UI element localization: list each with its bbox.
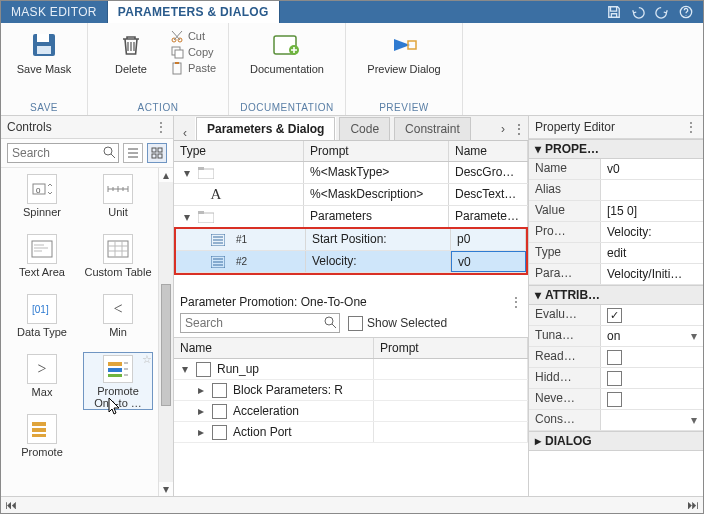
expand-icon[interactable]: ▸ — [196, 404, 206, 418]
table-row[interactable]: A %<MaskDescription> DescTextVar — [174, 184, 528, 206]
controls-menu-icon[interactable]: ⋮ — [155, 120, 167, 134]
collapse-icon[interactable]: ▾ — [535, 288, 541, 302]
preview-dialog-button[interactable]: Preview Dialog — [359, 27, 449, 75]
expand-icon[interactable]: ▸ — [196, 425, 206, 439]
control-data-type[interactable]: [01]Data Type — [7, 292, 77, 350]
undo-icon[interactable] — [629, 3, 647, 21]
footer-next-icon[interactable]: ⏭ — [687, 498, 699, 512]
prop-section-attributes[interactable]: ▾ATTRIB… — [529, 285, 703, 305]
expand-icon[interactable]: ▸ — [196, 383, 206, 397]
prop-row-constraint[interactable]: Cons…▾ — [529, 410, 703, 431]
control-promote[interactable]: Promote — [7, 412, 77, 470]
tabs-menu-icon[interactable]: ⋮ — [512, 118, 526, 140]
controls-header: Controls⋮ — [1, 116, 173, 139]
table-row[interactable]: #1 Start Position: p0 — [176, 229, 526, 251]
delete-button[interactable]: Delete — [100, 27, 162, 75]
prop-row-alias[interactable]: Alias — [529, 180, 703, 201]
prop-section-properties[interactable]: ▾PROPE… — [529, 139, 703, 159]
copy-button[interactable]: Copy — [170, 45, 216, 59]
save-mask-button[interactable]: Save Mask — [13, 27, 75, 75]
prop-row-name[interactable]: Namev0 — [529, 159, 703, 180]
collapse-icon[interactable]: ▾ — [180, 362, 190, 376]
promo-checkbox[interactable] — [196, 362, 211, 377]
prop-menu-icon[interactable]: ⋮ — [685, 120, 697, 134]
collapse-icon[interactable]: ▾ — [182, 210, 192, 224]
svg-rect-8 — [173, 63, 181, 74]
control-unit[interactable]: Unit — [83, 172, 153, 230]
prop-row-evaluate[interactable]: Evalu… — [529, 305, 703, 326]
prop-row-param[interactable]: Para…Velocity/Initi… — [529, 264, 703, 285]
table-row-selected[interactable]: #2 Velocity: v0 — [176, 251, 526, 273]
promo-row[interactable]: ▸Action Port — [174, 422, 528, 443]
promo-col-prompt[interactable]: Prompt — [374, 338, 528, 358]
control-text-area[interactable]: Text Area — [7, 232, 77, 290]
view-list-icon[interactable] — [123, 143, 143, 163]
promotion-search[interactable] — [180, 313, 340, 333]
col-prompt[interactable]: Prompt — [304, 141, 449, 161]
tab-code[interactable]: Code — [339, 117, 390, 140]
svg-rect-32 — [198, 211, 204, 214]
collapse-icon[interactable]: ▾ — [535, 142, 541, 156]
prop-row-tunable[interactable]: Tuna…on▾ — [529, 326, 703, 347]
table-row[interactable]: ▾ Parameters ParameterGroupVar — [174, 206, 528, 228]
promo-checkbox[interactable] — [212, 404, 227, 419]
svg-rect-29 — [198, 169, 214, 179]
control-min[interactable]: <Min — [83, 292, 153, 350]
expand-icon[interactable]: ▸ — [535, 434, 541, 448]
controls-scrollbar[interactable]: ▴ ▾ — [158, 168, 173, 496]
table-row[interactable]: ▾ %<MaskType> DescGroupVar — [174, 162, 528, 184]
chevron-down-icon[interactable]: ▾ — [691, 413, 697, 427]
tab-params-dialog[interactable]: Parameters & Dialog — [196, 117, 335, 140]
svg-rect-17 — [158, 154, 162, 158]
view-grid-icon[interactable] — [147, 143, 167, 163]
prop-row-readonly[interactable]: Read… — [529, 347, 703, 368]
prop-row-neversave[interactable]: Neve… — [529, 389, 703, 410]
tabs-next-icon[interactable]: › — [496, 118, 510, 140]
checkbox[interactable] — [607, 371, 622, 386]
tabs-prev-icon[interactable]: ‹ — [178, 126, 192, 140]
control-custom-table[interactable]: Custom Table — [83, 232, 153, 290]
control-promote-one-to[interactable]: Promote One-to … ☆ — [83, 352, 153, 410]
promo-row[interactable]: ▸Block Parameters: R — [174, 380, 528, 401]
controls-search[interactable] — [7, 143, 119, 163]
prop-row-type[interactable]: Typeedit — [529, 243, 703, 264]
svg-text:0: 0 — [36, 186, 41, 195]
checkbox[interactable] — [607, 392, 622, 407]
col-name[interactable]: Name — [449, 141, 528, 161]
search-icon — [102, 145, 116, 159]
title-tab-params-dialog[interactable]: PARAMETERS & DIALOG — [108, 1, 280, 23]
chevron-down-icon[interactable]: ▾ — [691, 329, 697, 343]
promo-col-name[interactable]: Name — [174, 338, 374, 358]
prop-section-dialog[interactable]: ▸DIALOG — [529, 431, 703, 451]
ribbon-group-action-label: ACTION — [138, 102, 179, 113]
center-panel: ‹ Parameters & Dialog Code Constraint ›⋮… — [174, 116, 529, 496]
promo-checkbox[interactable] — [212, 383, 227, 398]
parameter-promotion-panel: Parameter Promotion: One-To-One ⋮ Show S… — [174, 293, 528, 496]
prop-row-value[interactable]: Value[15 0] — [529, 201, 703, 222]
promotion-menu-icon[interactable]: ⋮ — [510, 295, 522, 309]
svg-point-35 — [325, 317, 333, 325]
promo-row[interactable]: ▸Acceleration — [174, 401, 528, 422]
documentation-button[interactable]: Documentation — [242, 27, 332, 75]
promo-row[interactable]: ▾Run_up — [174, 359, 528, 380]
collapse-icon[interactable]: ▾ — [182, 166, 192, 180]
checkbox[interactable] — [607, 350, 622, 365]
control-max[interactable]: >Max — [7, 352, 77, 410]
prop-row-prompt[interactable]: Pro…Velocity: — [529, 222, 703, 243]
promo-checkbox[interactable] — [212, 425, 227, 440]
promotion-search-input[interactable] — [180, 313, 340, 333]
control-spinner[interactable]: 0Spinner — [7, 172, 77, 230]
redo-icon[interactable] — [653, 3, 671, 21]
help-icon[interactable] — [677, 3, 695, 21]
tab-constraints[interactable]: Constraint — [394, 117, 471, 140]
footer-prev-icon[interactable]: ⏮ — [5, 498, 17, 512]
col-type[interactable]: Type — [174, 141, 304, 161]
cut-button[interactable]: Cut — [170, 29, 216, 43]
title-tab-mask-editor[interactable]: MASK EDITOR — [1, 1, 108, 23]
paste-button[interactable]: Paste — [170, 61, 216, 75]
checkbox[interactable] — [607, 308, 622, 323]
prop-row-hidden[interactable]: Hidd… — [529, 368, 703, 389]
show-selected-checkbox[interactable]: Show Selected — [348, 316, 447, 331]
save-icon[interactable] — [605, 3, 623, 21]
ribbon-group-save-label: SAVE — [30, 102, 58, 113]
